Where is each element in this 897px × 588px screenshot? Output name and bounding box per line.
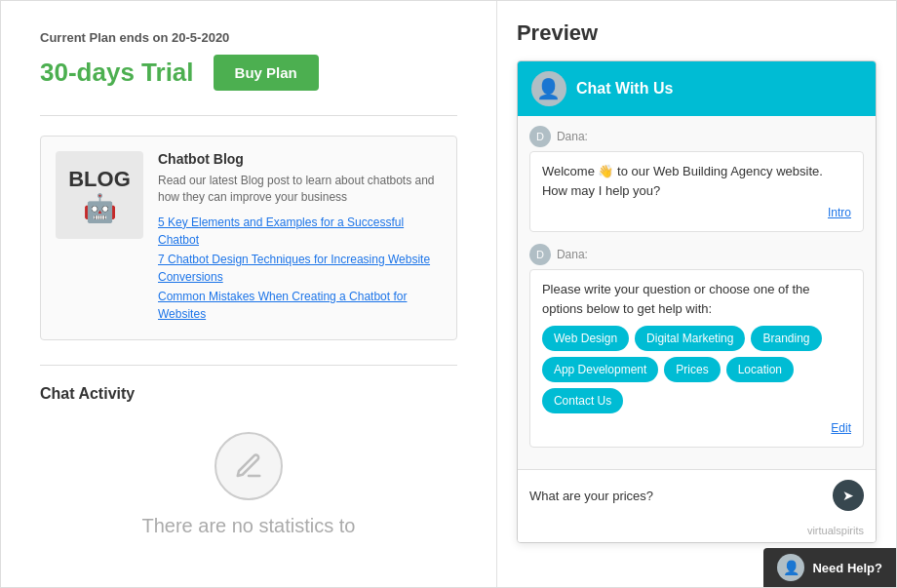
need-help-icon: 👤 <box>777 554 804 581</box>
chat-message-2: Please write your question or choose one… <box>542 282 810 316</box>
dana-label-2: D Dana: <box>529 244 864 265</box>
pencil-icon <box>234 451 263 481</box>
need-help-bar[interactable]: 👤 Need Help? <box>763 548 896 587</box>
right-panel: Preview 👤 Chat With Us D Dana: Welcome 👋… <box>497 1 896 587</box>
dana-name-1: Dana: <box>557 130 588 143</box>
pencil-icon-circle <box>214 432 283 500</box>
option-digital-marketing[interactable]: Digital Marketing <box>635 326 745 351</box>
chat-window: 👤 Chat With Us D Dana: Welcome 👋 to our … <box>517 60 877 543</box>
edit-link[interactable]: Edit <box>542 419 851 437</box>
blog-card: BLOG 🤖 Chatbot Blog Read our latest Blog… <box>40 136 457 340</box>
main-container: Current Plan ends on 20-5-2020 30-days T… <box>0 0 897 588</box>
option-location[interactable]: Location <box>726 357 794 382</box>
robot-icon: 🤖 <box>83 192 117 224</box>
avatar-icon: 👤 <box>536 77 561 100</box>
option-app-development[interactable]: App Development <box>542 357 658 382</box>
chat-input-area: What are your prices? ➤ <box>518 469 876 521</box>
blog-content: Chatbot Blog Read our latest Blog post t… <box>158 151 442 325</box>
left-panel: Current Plan ends on 20-5-2020 30-days T… <box>1 1 497 587</box>
dana-avatar-2: D <box>529 244 551 265</box>
intro-link[interactable]: Intro <box>542 204 851 221</box>
blog-icon-text: BLOG <box>68 167 131 192</box>
blog-link-1[interactable]: 5 Key Elements and Examples for a Succes… <box>158 214 442 249</box>
chat-message-1: Welcome 👋 to our Web Building Agency web… <box>542 164 823 198</box>
dana-name-2: Dana: <box>557 248 588 261</box>
send-icon: ➤ <box>842 488 854 503</box>
send-button[interactable]: ➤ <box>833 480 864 511</box>
option-prices[interactable]: Prices <box>664 357 720 382</box>
no-stats: There are no statistics to <box>40 422 457 547</box>
option-tags: Web Design Digital Marketing Branding Ap… <box>542 326 851 413</box>
plan-name: 30-days Trial <box>40 58 194 88</box>
blog-link-3[interactable]: Common Mistakes When Creating a Chatbot … <box>158 288 442 323</box>
chat-bubble-1: Welcome 👋 to our Web Building Agency web… <box>529 151 864 232</box>
branding-label: virtualspirits <box>518 521 876 542</box>
divider-2 <box>40 365 457 366</box>
chat-body: D Dana: Welcome 👋 to our Web Building Ag… <box>518 116 876 469</box>
blog-link-2[interactable]: 7 Chatbot Design Techniques for Increasi… <box>158 251 442 286</box>
plan-info: Current Plan ends on 20-5-2020 <box>40 30 457 45</box>
option-contact-us[interactable]: Contact Us <box>542 388 623 413</box>
option-branding[interactable]: Branding <box>751 326 821 351</box>
option-web-design[interactable]: Web Design <box>542 326 629 351</box>
chat-input-text[interactable]: What are your prices? <box>529 489 833 503</box>
plan-row: 30-days Trial Buy Plan <box>40 55 457 91</box>
blog-description: Read our latest Blog post to learn about… <box>158 173 442 206</box>
divider <box>40 115 457 116</box>
chat-header: 👤 Chat With Us <box>518 61 876 116</box>
chat-header-title: Chat With Us <box>576 80 673 98</box>
buy-plan-button[interactable]: Buy Plan <box>214 55 319 91</box>
preview-title: Preview <box>517 20 877 46</box>
chat-bubble-2: Please write your question or choose one… <box>529 269 864 448</box>
dana-label-1: D Dana: <box>529 126 864 147</box>
no-stats-text: There are no statistics to <box>141 515 355 537</box>
blog-icon: BLOG 🤖 <box>56 151 143 239</box>
chat-activity-title: Chat Activity <box>40 385 457 403</box>
blog-title: Chatbot Blog <box>158 151 442 167</box>
need-help-label: Need Help? <box>812 561 882 575</box>
chat-header-avatar: 👤 <box>531 71 566 106</box>
dana-avatar-1: D <box>529 126 551 147</box>
